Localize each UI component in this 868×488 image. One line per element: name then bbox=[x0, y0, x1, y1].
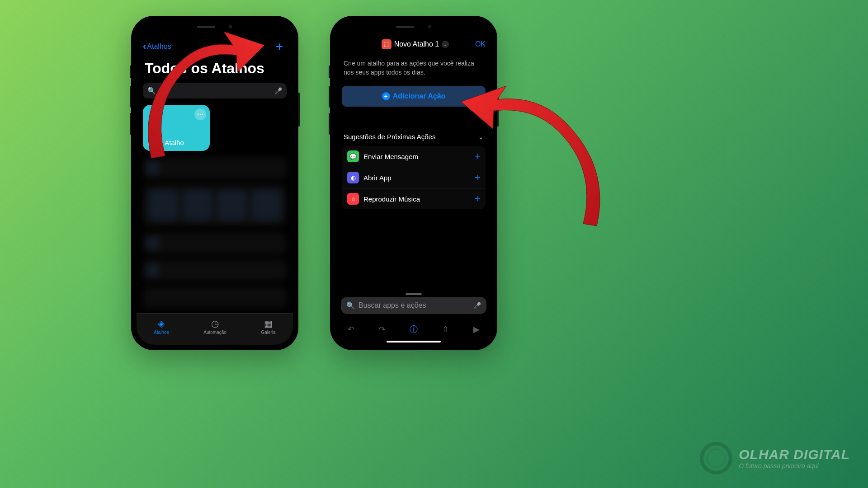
tab-label: Galeria bbox=[261, 330, 275, 335]
suggestion-label: Enviar Mensagem bbox=[363, 153, 470, 160]
chevron-down-icon: ⌄ bbox=[442, 41, 449, 48]
screen-right: ⬚ Novo Atalho 1 ⌄ OK Crie um atalho para… bbox=[335, 21, 492, 345]
tab-label: Automação bbox=[203, 330, 226, 335]
ok-button[interactable]: OK bbox=[475, 40, 486, 48]
shortcut-title: Novo Atalho 1 bbox=[394, 40, 439, 48]
suggestion-label: Abrir App bbox=[363, 174, 470, 182]
tab-gallery[interactable]: ▦ Galeria bbox=[261, 318, 275, 335]
music-icon: ♫ bbox=[347, 193, 359, 205]
brand-name: OLHAR DIGITAL bbox=[739, 447, 850, 462]
plus-circle-icon: + bbox=[382, 92, 390, 100]
brand-tagline: O futuro passa primeiro aqui bbox=[739, 462, 850, 469]
blurred-content bbox=[143, 157, 287, 308]
add-icon[interactable]: + bbox=[474, 150, 480, 162]
tile-label: Novo Atalho bbox=[147, 139, 184, 146]
description-text: Crie um atalho para as ações que você re… bbox=[335, 54, 492, 82]
suggestion-label: Reproduzir Música bbox=[363, 195, 470, 203]
tab-bar: ◈ Atalhos ◷ Automação ▦ Galeria bbox=[137, 313, 293, 345]
power-button bbox=[497, 93, 499, 127]
back-label: Atalhos bbox=[147, 42, 171, 51]
tab-label: Atalhos bbox=[154, 330, 169, 335]
page-title: Todos os Atalhos bbox=[137, 57, 293, 81]
redo-button[interactable]: ↷ bbox=[379, 324, 386, 334]
suggestions-title: Sugestões de Próximas Ações bbox=[344, 133, 435, 141]
side-button bbox=[130, 66, 131, 78]
volume-down-button bbox=[329, 113, 330, 135]
shortcut-tile[interactable]: ⋯ Novo Atalho bbox=[143, 105, 210, 151]
notch bbox=[380, 21, 448, 32]
side-button bbox=[329, 66, 330, 78]
bottom-search-input[interactable]: 🔍 Buscar apps e ações 🎤 bbox=[341, 297, 486, 314]
back-button[interactable]: ‹ Atalhos bbox=[143, 41, 171, 52]
volume-up-button bbox=[329, 86, 330, 108]
chevron-down-icon: ⌄ bbox=[478, 133, 484, 141]
suggestion-play-music[interactable]: ♫ Reproduzir Música + bbox=[342, 188, 486, 209]
tab-shortcuts[interactable]: ◈ Atalhos bbox=[154, 318, 169, 335]
brand-logo: OLHAR DIGITAL O futuro passa primeiro aq… bbox=[700, 442, 850, 474]
messages-icon: 💬 bbox=[347, 150, 359, 162]
share-button[interactable]: ⇧ bbox=[442, 324, 449, 334]
drag-handle[interactable] bbox=[406, 293, 422, 295]
shortcut-app-icon: ⬚ bbox=[382, 39, 392, 49]
add-icon[interactable]: + bbox=[474, 193, 480, 205]
layers-icon: ◈ bbox=[158, 318, 165, 329]
gallery-icon: ▦ bbox=[264, 318, 273, 329]
mic-icon[interactable]: 🎤 bbox=[473, 302, 481, 309]
chevron-left-icon: ‹ bbox=[143, 41, 146, 52]
power-button bbox=[298, 93, 300, 127]
bottom-search-placeholder: Buscar apps e ações bbox=[359, 301, 470, 310]
suggestion-open-app[interactable]: ◐ Abrir App + bbox=[342, 167, 486, 188]
undo-button[interactable]: ↶ bbox=[348, 324, 354, 334]
phone-left: ‹ Atalhos + Todos os Atalhos 🔍 🎤 ⋯ Novo … bbox=[131, 16, 298, 350]
home-indicator[interactable] bbox=[387, 341, 441, 343]
search-icon: 🔍 bbox=[346, 301, 355, 310]
notch bbox=[181, 21, 249, 32]
tab-automation[interactable]: ◷ Automação bbox=[203, 318, 226, 335]
tile-more-button[interactable]: ⋯ bbox=[194, 108, 206, 120]
screen-left: ‹ Atalhos + Todos os Atalhos 🔍 🎤 ⋯ Novo … bbox=[137, 21, 293, 345]
info-button[interactable]: ⓘ bbox=[410, 324, 418, 335]
app-icon: ◐ bbox=[347, 172, 359, 183]
add-action-label: Adicionar Ação bbox=[393, 92, 446, 100]
play-button[interactable]: ▶ bbox=[473, 324, 480, 334]
volume-up-button bbox=[130, 86, 131, 108]
logo-icon bbox=[700, 442, 732, 474]
volume-down-button bbox=[130, 113, 131, 135]
add-action-button[interactable]: + Adicionar Ação bbox=[342, 86, 486, 107]
shortcut-name-button[interactable]: ⬚ Novo Atalho 1 ⌄ bbox=[382, 39, 449, 49]
clock-icon: ◷ bbox=[211, 318, 219, 329]
add-shortcut-button[interactable]: + bbox=[276, 39, 287, 54]
add-icon[interactable]: + bbox=[474, 172, 480, 183]
suggestion-send-message[interactable]: 💬 Enviar Mensagem + bbox=[342, 146, 486, 167]
suggestions-list: 💬 Enviar Mensagem + ◐ Abrir App + ♫ Repr… bbox=[342, 146, 486, 209]
phone-right: ⬚ Novo Atalho 1 ⌄ OK Crie um atalho para… bbox=[330, 16, 497, 350]
mic-icon[interactable]: 🎤 bbox=[274, 87, 282, 94]
search-input[interactable]: 🔍 🎤 bbox=[143, 83, 287, 99]
search-icon: 🔍 bbox=[147, 87, 156, 95]
suggestions-header[interactable]: Sugestões de Próximas Ações ⌄ bbox=[335, 110, 492, 146]
